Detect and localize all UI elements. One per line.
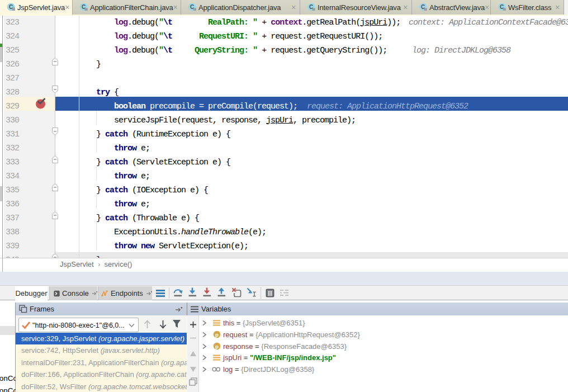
svg-text:p: p <box>215 332 219 338</box>
svg-text:p: p <box>215 343 219 349</box>
